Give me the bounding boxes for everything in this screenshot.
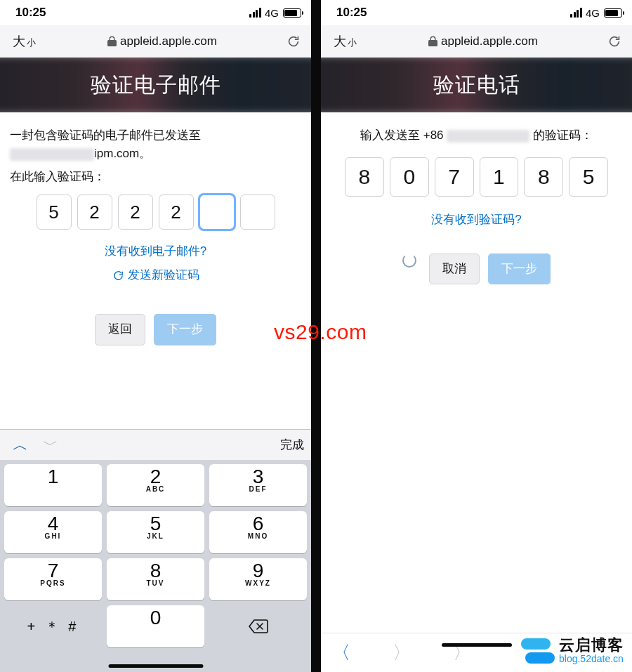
page-title-banner: 验证电话 — [321, 58, 632, 112]
enter-code-label: 在此输入验证码： — [10, 168, 301, 186]
kb-prev-field[interactable]: ︿ — [7, 436, 34, 454]
address-field[interactable]: appleid.apple.com — [46, 34, 279, 48]
status-time: 10:25 — [336, 6, 367, 20]
reload-icon — [607, 34, 622, 49]
lock-icon — [428, 36, 437, 46]
home-indicator — [442, 643, 512, 647]
code-digit-5[interactable] — [199, 195, 235, 230]
verification-code-inputs: 5 2 2 2 — [24, 195, 287, 230]
next-button[interactable]: 下一步 — [488, 253, 551, 284]
loading-spinner-icon — [402, 253, 416, 268]
numeric-keypad: 1 2ABC3DEF 4GHI5JKL6MNO 7PQRS8TUV9WXYZ +… — [0, 460, 311, 659]
key-backspace[interactable] — [209, 605, 307, 647]
battery-icon — [604, 8, 622, 18]
status-network: 4G — [586, 7, 600, 19]
reader-aa-button[interactable]: 大小 — [8, 30, 40, 53]
back-button[interactable]: 返回 — [95, 314, 145, 345]
code-digit-1[interactable]: 5 — [37, 195, 72, 230]
signal-icon — [249, 8, 261, 18]
nav-forward-icon[interactable]: 〉 — [393, 640, 411, 665]
reload-button[interactable] — [284, 32, 303, 51]
kb-done-button[interactable]: 完成 — [280, 437, 304, 453]
key-symbols[interactable]: + ＊ # — [4, 605, 102, 647]
next-button[interactable]: 下一步 — [154, 314, 216, 345]
code-digit-4[interactable]: 1 — [480, 157, 519, 197]
screenshot-right: 10:25 4G 大小 appleid.apple.com 验证电话 输入发送至… — [321, 0, 632, 672]
resend-code-link[interactable]: 发送新验证码 — [112, 266, 199, 284]
blog-logo-icon — [521, 634, 555, 668]
key-3[interactable]: 3DEF — [209, 464, 307, 506]
code-digit-5[interactable]: 8 — [524, 157, 563, 197]
resend-icon — [112, 270, 124, 282]
address-field[interactable]: appleid.apple.com — [367, 34, 600, 48]
screenshot-left: 10:25 4G 大小 appleid.apple.com 验证电子邮件 一封包… — [0, 0, 311, 672]
key-7[interactable]: 7PQRS — [4, 558, 102, 600]
code-digit-6[interactable] — [240, 195, 275, 230]
code-digit-4[interactable]: 2 — [159, 195, 194, 230]
status-bar: 10:25 4G — [321, 0, 632, 25]
keyboard-accessory: ︿ ﹀ 完成 — [0, 429, 311, 460]
cancel-button[interactable]: 取消 — [429, 253, 480, 284]
key-6[interactable]: 6MNO — [209, 511, 307, 553]
reader-aa-button[interactable]: 大小 — [329, 30, 361, 53]
reload-button[interactable] — [605, 32, 624, 51]
key-5[interactable]: 5JKL — [107, 511, 204, 553]
code-digit-1[interactable]: 8 — [345, 157, 384, 197]
kb-next-field[interactable]: ﹀ — [37, 436, 64, 454]
status-network: 4G — [265, 7, 279, 19]
status-bar: 10:25 4G — [0, 0, 311, 25]
status-time: 10:25 — [15, 6, 46, 20]
code-digit-6[interactable]: 5 — [569, 157, 608, 197]
code-digit-3[interactable]: 2 — [118, 195, 153, 230]
key-4[interactable]: 4GHI — [4, 511, 102, 553]
key-1[interactable]: 1 — [4, 464, 102, 506]
nav-back-icon[interactable]: 〈 — [332, 640, 350, 665]
email-masked-row: ipm.com。 — [10, 145, 301, 163]
key-2[interactable]: 2ABC — [107, 464, 204, 506]
code-digit-2[interactable]: 2 — [77, 195, 112, 230]
lock-icon — [107, 36, 117, 46]
code-digit-2[interactable]: 0 — [390, 157, 429, 197]
signal-icon — [570, 8, 582, 18]
phone-prompt-text: 输入发送至 +86 的验证码： — [331, 126, 622, 145]
key-9[interactable]: 9WXYZ — [209, 558, 307, 600]
no-code-link[interactable]: 没有收到验证码? — [431, 211, 521, 229]
browser-urlbar: 大小 appleid.apple.com — [321, 25, 632, 58]
key-8[interactable]: 8TUV — [107, 558, 204, 600]
blog-watermark: 云启博客 blog.52date.cn — [515, 631, 629, 671]
backspace-icon — [248, 619, 269, 634]
battery-icon — [283, 8, 301, 18]
browser-urlbar: 大小 appleid.apple.com — [0, 25, 311, 58]
home-indicator — [108, 664, 203, 668]
verification-code-inputs: 8 0 7 1 8 5 — [345, 157, 608, 197]
no-email-link[interactable]: 没有收到电子邮件? — [105, 242, 206, 261]
email-sent-text: 一封包含验证码的电子邮件已发送至 — [10, 126, 301, 145]
reload-icon — [286, 34, 301, 49]
code-digit-3[interactable]: 7 — [435, 157, 474, 197]
key-0[interactable]: 0 — [107, 605, 204, 647]
page-title-banner: 验证电子邮件 — [0, 58, 311, 112]
